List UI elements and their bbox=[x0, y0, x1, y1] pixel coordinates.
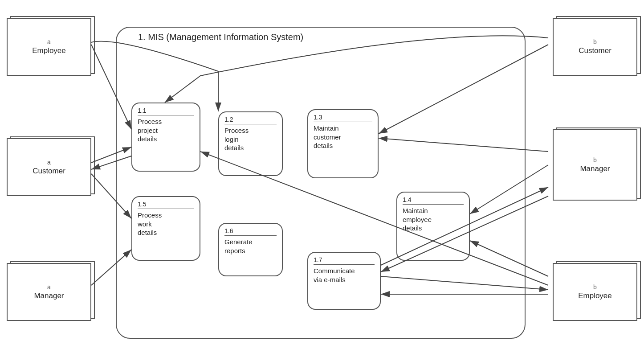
entity-b-customer: b Customer bbox=[553, 18, 637, 76]
diagram-container: 1. MIS (Management Information System) a… bbox=[0, 0, 644, 353]
process-1-2-name: Processlogindetails bbox=[224, 126, 277, 152]
a-employee-label-top: a bbox=[47, 38, 51, 45]
process-1-4: 1.4 Maintainemployeedetails bbox=[396, 192, 470, 261]
system-title: 1. MIS (Management Information System) bbox=[138, 32, 303, 42]
a-manager-label-main: Manager bbox=[34, 291, 64, 300]
process-1-6-name: Generatereports bbox=[224, 238, 277, 255]
entity-b-manager: b Manager bbox=[553, 129, 637, 201]
process-1-6: 1.6 Generatereports bbox=[218, 223, 283, 276]
a-employee-label-main: Employee bbox=[32, 46, 66, 55]
process-1-5-id: 1.5 bbox=[138, 201, 194, 209]
process-1-1-id: 1.1 bbox=[138, 107, 194, 115]
process-1-5: 1.5 Processworkdetails bbox=[131, 196, 200, 261]
b-manager-label-top: b bbox=[593, 156, 597, 164]
entity-a-customer: a Customer bbox=[7, 138, 91, 196]
process-1-3-name: Maintaincustomerdetails bbox=[314, 124, 372, 150]
b-customer-label-top: b bbox=[593, 38, 597, 45]
process-1-5-name: Processworkdetails bbox=[138, 211, 194, 237]
process-1-1-name: Processprojectdetails bbox=[138, 117, 194, 144]
process-1-7-id: 1.7 bbox=[314, 256, 375, 265]
process-1-4-id: 1.4 bbox=[403, 196, 464, 205]
process-1-1: 1.1 Processprojectdetails bbox=[131, 103, 200, 172]
process-1-3: 1.3 Maintaincustomerdetails bbox=[307, 109, 379, 178]
entity-a-manager: a Manager bbox=[7, 263, 91, 321]
b-employee-label-main: Employee bbox=[578, 291, 612, 300]
process-1-4-name: Maintainemployeedetails bbox=[403, 206, 464, 233]
process-1-7-name: Communicatevia e-mails bbox=[314, 267, 375, 284]
process-1-7: 1.7 Communicatevia e-mails bbox=[307, 252, 381, 310]
b-employee-label-top: b bbox=[593, 283, 597, 291]
b-customer-label-main: Customer bbox=[579, 46, 611, 55]
b-manager-label-main: Manager bbox=[580, 164, 610, 173]
process-1-3-id: 1.3 bbox=[314, 114, 372, 122]
process-1-2-id: 1.2 bbox=[224, 116, 277, 124]
a-customer-label-top: a bbox=[47, 159, 51, 166]
entity-a-employee: a Employee bbox=[7, 18, 91, 76]
a-customer-label-main: Customer bbox=[33, 167, 65, 176]
process-1-6-id: 1.6 bbox=[224, 227, 277, 236]
a-manager-label-top: a bbox=[47, 283, 51, 291]
process-1-2: 1.2 Processlogindetails bbox=[218, 111, 283, 176]
entity-b-employee: b Employee bbox=[553, 263, 637, 321]
